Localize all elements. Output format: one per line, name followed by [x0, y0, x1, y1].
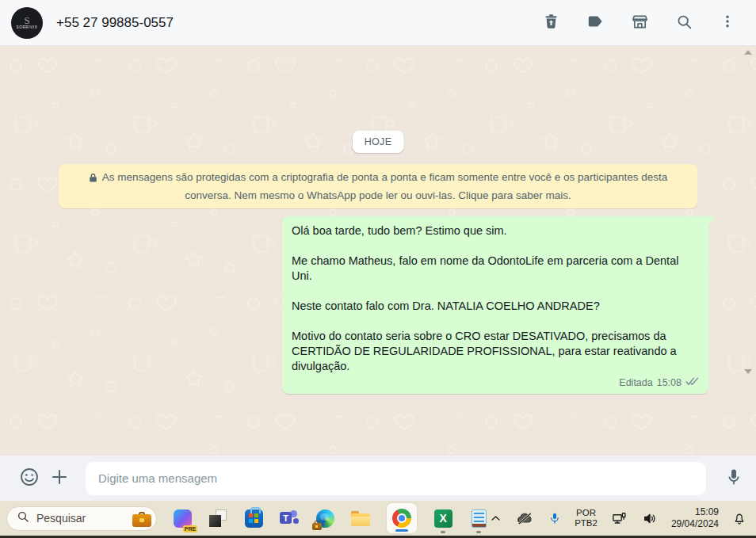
emoji-icon — [19, 467, 40, 490]
chat-header: S SORRIVIX +55 27 99885-0557 — [0, 0, 756, 46]
taskbar-copilot-icon[interactable]: PRE — [173, 509, 192, 528]
avatar-brand-text: SORRIVIX — [17, 25, 38, 29]
search-icon — [676, 13, 693, 32]
message-composer — [0, 456, 756, 501]
encryption-notice-text: As mensagens são protegidas com a cripto… — [102, 171, 668, 201]
tray-notification-bell-icon[interactable] — [731, 509, 748, 528]
microphone-icon — [724, 467, 743, 489]
tray-volume-icon[interactable] — [640, 509, 659, 528]
edited-label: Editada — [619, 377, 652, 388]
outgoing-message-bubble[interactable]: Olá boa tarde, tudo bem? Estimo que sim.… — [282, 216, 708, 394]
message-paragraph: Me chamo Matheus, falo em nome da Odonto… — [292, 254, 699, 284]
tray-time: 15:09 — [671, 506, 719, 518]
kebab-menu-icon — [720, 13, 735, 32]
storefront-button[interactable] — [629, 11, 651, 35]
taskbar-notepad-icon[interactable] — [469, 509, 488, 528]
outgoing-message-row: Olá boa tarde, tudo bem? Estimo que sim.… — [282, 216, 708, 394]
tray-chevron-up-icon[interactable] — [488, 511, 503, 526]
lock-icon — [89, 170, 97, 187]
taskbar-teams-icon[interactable]: T — [280, 509, 299, 528]
tray-date: 29/04/2024 — [671, 518, 719, 530]
contact-name[interactable]: +55 27 99885-0557 — [56, 15, 174, 31]
message-input[interactable] — [86, 462, 706, 495]
label-icon — [586, 13, 604, 32]
avatar-letter: S — [24, 16, 29, 25]
scrollbar-up-arrow[interactable] — [744, 50, 752, 55]
taskbar-store-icon[interactable] — [244, 509, 263, 528]
notepad-running-indicator — [476, 531, 481, 533]
copilot-pre-badge: PRE — [183, 525, 197, 532]
storefront-icon — [631, 13, 649, 33]
voice-record-button[interactable] — [723, 466, 745, 490]
edge-work-profile-badge — [312, 523, 322, 530]
tray-onedrive-offline-icon[interactable] — [515, 510, 535, 527]
search-button[interactable] — [674, 12, 694, 34]
windows-taskbar: Pesquisar PRE T — [0, 501, 756, 536]
date-badge: HOJE — [353, 131, 404, 153]
message-time: 15:08 — [657, 377, 682, 388]
language-line1: POR — [575, 508, 598, 518]
taskbar-excel-icon[interactable]: X — [433, 509, 452, 528]
header-actions — [541, 11, 737, 35]
message-paragraph: Motivo do contato seria sobre o CRO esta… — [292, 329, 699, 374]
message-meta: Editada 15:08 — [292, 377, 699, 388]
language-line2: PTB2 — [575, 518, 598, 528]
tray-network-icon[interactable] — [609, 509, 628, 528]
menu-button[interactable] — [718, 12, 737, 33]
message-paragraph: Olá boa tarde, tudo bem? Estimo que sim. — [292, 223, 699, 238]
system-tray: POR PTB2 15:09 29/04/ — [488, 506, 748, 530]
attach-button[interactable] — [48, 466, 71, 490]
trash-icon — [543, 13, 559, 32]
taskbar-chrome-icon[interactable] — [387, 503, 417, 533]
tray-microphone-active-icon[interactable] — [547, 509, 563, 527]
whatsapp-window: S SORRIVIX +55 27 99885-0557 — [0, 0, 756, 538]
contact-avatar[interactable]: S SORRIVIX — [11, 7, 43, 39]
encryption-notice[interactable]: As mensagens são protegidas com a cripto… — [59, 164, 697, 208]
tray-clock[interactable]: 15:09 29/04/2024 — [671, 506, 719, 530]
excel-running-indicator — [441, 531, 445, 533]
taskbar-edge-icon[interactable] — [315, 509, 334, 528]
chat-area: HOJE As mensagens são protegidas com a c… — [0, 46, 756, 456]
taskbar-taskview-icon[interactable] — [208, 509, 227, 528]
plus-icon — [50, 467, 69, 489]
search-highlight-briefcase-icon[interactable] — [130, 509, 154, 528]
message-paragraph: Neste contato falo com Dra. NATALIA COEL… — [292, 299, 699, 314]
scrollbar-down-arrow[interactable] — [744, 369, 752, 374]
emoji-button[interactable] — [17, 465, 41, 491]
chrome-active-indicator — [395, 529, 408, 532]
message-list: HOJE As mensagens são protegidas com a c… — [0, 46, 756, 456]
taskbar-search[interactable]: Pesquisar — [6, 506, 157, 531]
language-indicator[interactable]: POR PTB2 — [575, 508, 598, 528]
double-check-icon — [685, 377, 699, 388]
label-button[interactable] — [585, 11, 605, 34]
trash-button[interactable] — [541, 11, 561, 34]
taskbar-search-label: Pesquisar — [36, 512, 123, 525]
taskbar-search-icon — [17, 510, 29, 526]
taskbar-app-icons: PRE T — [173, 503, 488, 533]
taskbar-file-explorer-icon[interactable] — [351, 509, 370, 528]
